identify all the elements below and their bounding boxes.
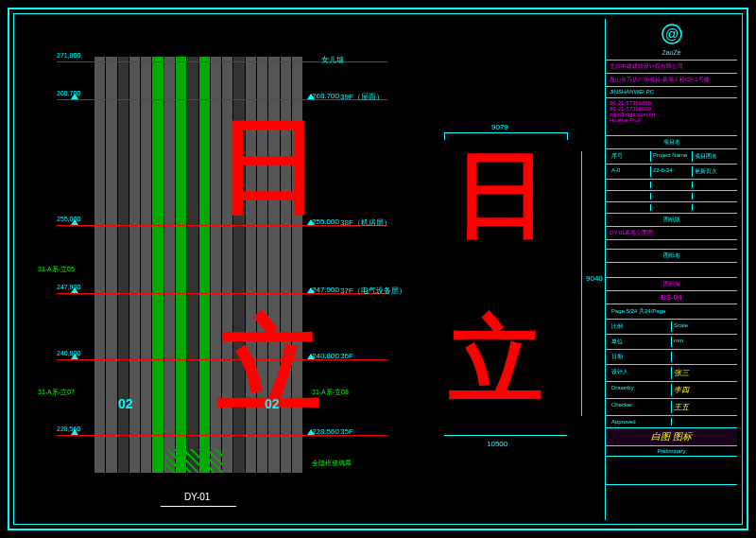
row-k: A-0 (610, 166, 651, 177)
at-logo-icon: @ (661, 23, 683, 45)
detail-view: 9079 9040 10500 日 立 (435, 132, 595, 463)
project-header: 项目名 (606, 136, 737, 149)
scale-k: 比例 (610, 321, 672, 332)
level-name: 37F（电气设备层） (340, 286, 406, 296)
watermark-char-top: 日 (217, 113, 321, 217)
mullion (94, 57, 105, 473)
detail-char-top: 日 (454, 147, 548, 241)
unit-v: mm (672, 337, 733, 347)
level-tag: 247.900 (312, 286, 339, 294)
signature: 王五 (672, 401, 733, 413)
row-v: 22-6-24 (651, 166, 693, 177)
company-name: 北京中建建筑设计院有限公司 (606, 61, 737, 74)
dim-line (444, 435, 567, 436)
elev-text: 268,700 (57, 90, 80, 96)
row-k: 序号 (610, 151, 651, 162)
detail-char-bottom: 立 (449, 312, 543, 407)
level-tag: 268.700 (312, 92, 339, 100)
row-empty (610, 193, 651, 200)
web: HuaKai Prof. (610, 117, 733, 123)
level-tag: 228.560 (312, 427, 339, 436)
row-empty (610, 204, 651, 211)
dim-text: 10500 (487, 440, 507, 448)
drawnby-k: Drawnby (610, 384, 672, 396)
approved-k: Approved (610, 418, 672, 425)
logo-block: @ ZaoZe (606, 19, 737, 61)
mullion (187, 57, 198, 473)
svg-text:@: @ (664, 26, 678, 42)
address: JINSHANWEI PC (606, 87, 737, 98)
logo-text: ZaoZe (610, 49, 733, 56)
dwg-no: ES-04 (606, 291, 737, 304)
dim-tick (567, 132, 568, 140)
node-label: 02 (265, 397, 280, 410)
stamp: 白图 图标 (651, 430, 692, 443)
elev-text: 228,560 (57, 425, 80, 432)
checker-k: Checker (610, 401, 672, 413)
mullion-green (199, 57, 210, 473)
view-id: DY-01 (184, 492, 210, 502)
titleblock: @ ZaoZe 北京中建建筑设计院有限公司 昆山市万达广场项目-幕墙工程C区1号… (605, 19, 737, 520)
anno-text: 31-A系-立07 (38, 388, 75, 397)
project-name: 昆山市万达广场项目-幕墙工程C区1号楼 (606, 74, 737, 87)
date-k: 日期 (610, 352, 672, 362)
dim-text: 9040 (586, 274, 603, 283)
page-info: Page 5/24 共24/Page (610, 306, 733, 317)
view-underline (161, 506, 236, 507)
dwg-no-hdr: 图纸编 (606, 278, 737, 291)
scale-v: Scale (672, 321, 733, 332)
level-name: 女儿墙 (321, 55, 344, 65)
dim-tick (444, 132, 445, 140)
elev-text: 247,900 (57, 284, 80, 290)
node-label: 02 (118, 397, 133, 410)
mullion-green (152, 57, 163, 473)
level-name: 36F (340, 352, 353, 360)
rev-header: 图纸版 (606, 214, 737, 227)
signature: 李四 (672, 384, 733, 396)
anno-text: 全隐框玻璃幕 (312, 459, 352, 468)
signature: 张三 (672, 367, 733, 379)
elev-text: 240,800 (57, 350, 80, 356)
row-v: 项目图名 (693, 151, 733, 162)
row-empty (610, 182, 651, 188)
unit-k: 单位 (610, 337, 672, 347)
dim-text: 9079 (491, 123, 508, 131)
row-k2: Project Name (651, 151, 693, 162)
dwg-title: DY-01幕墙立面图 (606, 227, 737, 240)
elev-text: 255,000 (57, 216, 80, 222)
footer: Preliminary (606, 446, 737, 457)
drawing-viewport: 271,800 268,700 255,000 247,900 240,800 … (19, 19, 605, 520)
elev-text: 271,800 (57, 52, 80, 59)
mullion (164, 57, 175, 473)
mullion-green (176, 57, 186, 473)
hatch-region (165, 449, 222, 473)
anno-text: 31-A系-立05 (38, 265, 75, 274)
mullion (106, 57, 116, 473)
row-v2: 更新页次 (693, 166, 733, 177)
title-header: 图纸名 (606, 250, 737, 263)
designer-k: 设计人 (610, 367, 672, 379)
mullion (141, 57, 151, 473)
level-name: 35F (340, 427, 353, 436)
level-name: 39F（屋面） (340, 92, 384, 102)
dim-line (581, 151, 582, 416)
dim-line (444, 132, 567, 133)
level-name: 38F（机房层） (340, 217, 391, 228)
